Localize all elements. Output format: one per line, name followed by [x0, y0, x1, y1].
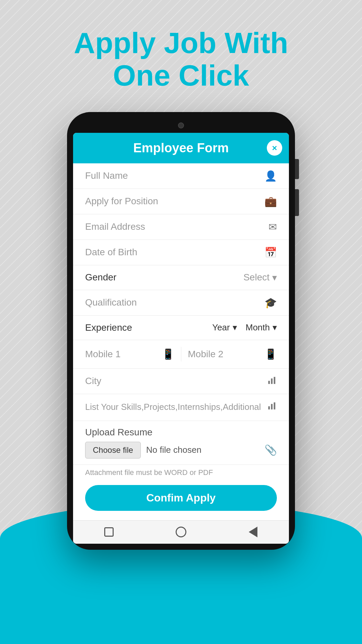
dob-row[interactable]: Date of Birth 📅 — [73, 240, 289, 265]
hero-title: Apply Job With One Click — [74, 27, 288, 92]
submit-button[interactable]: Confim Apply — [85, 485, 277, 511]
svg-rect-4 — [271, 404, 273, 409]
form-title: Employee Form — [133, 141, 229, 155]
employee-form: Full Name 👤 Apply for Position 💼 Email A… — [73, 163, 289, 520]
dob-label: Date of Birth — [85, 247, 261, 258]
skills-row[interactable]: List Your Skills,Projects,Internships,Ad… — [73, 394, 289, 421]
phone-bottom-nav — [73, 520, 289, 544]
skills-icon — [267, 401, 277, 413]
attachment-note: Attachment file must be WORD or PDF — [73, 465, 289, 479]
mobile-row: Mobile 1 📱 Mobile 2 📱 — [73, 340, 289, 369]
month-dropdown[interactable]: Month ▾ — [246, 322, 277, 333]
experience-label: Experience — [85, 322, 207, 333]
gender-placeholder: Select — [243, 272, 269, 283]
svg-rect-0 — [268, 381, 270, 384]
calendar-icon: 📅 — [264, 247, 277, 258]
qualification-row[interactable]: Qualification 🎓 — [73, 290, 289, 316]
attachment-icon: 📎 — [264, 444, 277, 456]
gender-select[interactable]: Select ▾ — [243, 272, 277, 283]
email-icon: ✉ — [268, 221, 277, 233]
phone-screen: Employee Form × Full Name 👤 Apply for Po… — [73, 133, 289, 544]
city-label: City — [85, 376, 264, 386]
power-button — [295, 189, 299, 216]
nav-home-button[interactable] — [175, 526, 187, 538]
email-label: Email Address — [85, 221, 265, 232]
mobile2-label: Mobile 2 — [188, 349, 261, 360]
upload-section: Upload Resume Choose file No file chosen… — [73, 421, 289, 465]
month-chevron-icon: ▾ — [273, 322, 277, 333]
phone-notch — [168, 121, 194, 130]
choose-file-button[interactable]: Choose file — [85, 442, 141, 459]
phone-notch-bar — [73, 118, 289, 133]
full-name-row[interactable]: Full Name 👤 — [73, 163, 289, 189]
year-label: Year — [212, 322, 230, 333]
gender-label: Gender — [85, 272, 243, 283]
email-row[interactable]: Email Address ✉ — [73, 214, 289, 240]
year-dropdown[interactable]: Year ▾ — [212, 322, 237, 333]
mobile2-field[interactable]: Mobile 2 📱 — [188, 348, 277, 360]
position-label: Apply for Position — [85, 196, 261, 207]
year-chevron-icon: ▾ — [233, 322, 237, 333]
full-name-label: Full Name — [85, 170, 261, 181]
graduation-icon: 🎓 — [264, 297, 277, 309]
volume-button — [295, 159, 299, 179]
app-header: Employee Form × — [73, 133, 289, 163]
nav-recent-button[interactable] — [103, 526, 115, 538]
mobile-divider — [181, 347, 181, 362]
svg-rect-1 — [271, 378, 273, 384]
mobile2-icon: 📱 — [264, 348, 277, 360]
chevron-down-icon: ▾ — [272, 272, 277, 283]
upload-label: Upload Resume — [85, 427, 277, 438]
mobile1-label: Mobile 1 — [85, 349, 159, 360]
phone-frame: Employee Form × Full Name 👤 Apply for Po… — [67, 112, 295, 550]
svg-rect-2 — [274, 377, 276, 384]
mobile1-icon: 📱 — [162, 348, 174, 360]
qualification-label: Qualification — [85, 297, 261, 308]
briefcase-icon: 💼 — [264, 196, 277, 207]
position-row[interactable]: Apply for Position 💼 — [73, 189, 289, 214]
city-row[interactable]: City — [73, 369, 289, 394]
mobile1-field[interactable]: Mobile 1 📱 — [85, 348, 174, 360]
recent-apps-icon — [104, 527, 114, 537]
svg-rect-3 — [268, 406, 270, 409]
city-icon — [267, 375, 277, 387]
person-icon: 👤 — [264, 170, 277, 182]
gender-row[interactable]: Gender Select ▾ — [73, 265, 289, 290]
skills-placeholder: List Your Skills,Projects,Internships,Ad… — [85, 401, 264, 413]
svg-rect-5 — [274, 402, 276, 409]
month-label: Month — [246, 322, 270, 333]
back-icon — [249, 527, 257, 537]
close-button[interactable]: × — [267, 140, 282, 156]
nav-back-button[interactable] — [247, 526, 259, 538]
no-file-text: No file chosen — [146, 445, 261, 455]
experience-row: Experience Year ▾ Month ▾ — [73, 316, 289, 340]
front-camera — [178, 122, 184, 128]
home-icon — [176, 527, 186, 537]
page-content: Apply Job With One Click Employee Form × — [0, 0, 362, 550]
upload-row: Choose file No file chosen 📎 — [85, 442, 277, 459]
